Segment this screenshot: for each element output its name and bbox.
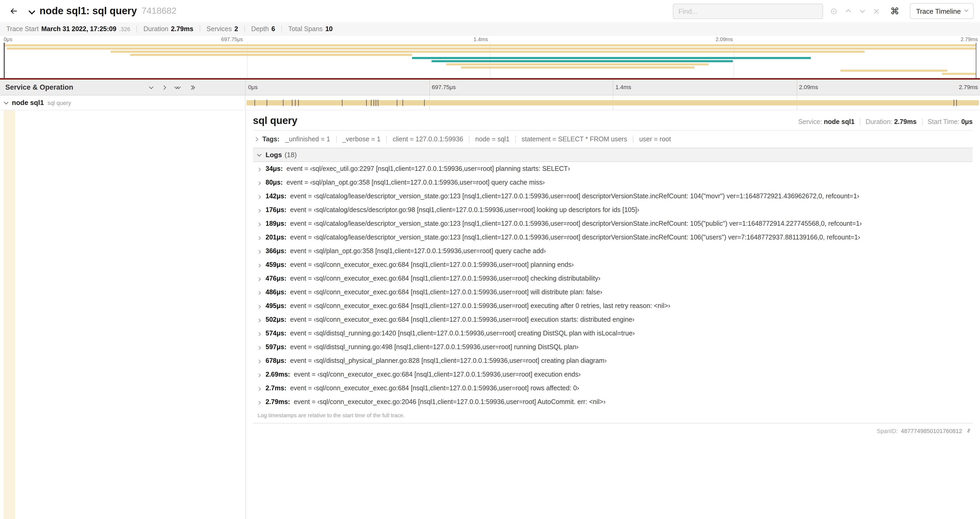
minimap-span xyxy=(840,70,947,72)
logs-label: Logs xyxy=(266,151,282,159)
log-timestamp: 2.7ms: xyxy=(266,385,286,392)
log-marker xyxy=(342,100,342,106)
log-row[interactable]: 34μs:event = ‹sql/exec_util.go:2297 [nsq… xyxy=(253,162,973,176)
log-row[interactable]: 2.7ms:event = ‹sql/conn_executor_exec.go… xyxy=(253,381,973,395)
tag-item: user = root xyxy=(633,136,671,143)
log-row[interactable]: 574μs:event = ‹sql/distsql_running.go:14… xyxy=(253,326,973,340)
log-row[interactable]: 2.69ms:event = ‹sql/conn_executor_exec.g… xyxy=(253,367,973,381)
log-row[interactable]: 176μs:event = ‹sql/catalog/descs/descrip… xyxy=(253,203,973,217)
log-message: event = ‹sql/distsql_running.go:498 [nsq… xyxy=(290,344,579,351)
double-chevron-down-icon[interactable] xyxy=(175,86,180,89)
chevron-right-icon xyxy=(258,401,260,404)
log-row[interactable]: 201μs:event = ‹sql/catalog/lease/descrip… xyxy=(253,230,973,244)
log-row[interactable]: 80μs:event = ‹sql/plan_opt.go:358 [nsql1… xyxy=(253,176,973,189)
tag-key: node xyxy=(475,136,490,143)
log-row[interactable]: 366μs:event = ‹sql/plan_opt.go:358 [nsql… xyxy=(253,244,973,258)
summary-label: Total Spans xyxy=(288,25,323,33)
log-marker xyxy=(292,100,293,106)
locate-icon[interactable] xyxy=(830,7,837,15)
log-row[interactable]: 502μs:event = ‹sql/conn_executor_exec.go… xyxy=(253,313,973,326)
span-timeline-viewport[interactable] xyxy=(245,96,980,110)
log-row[interactable]: 189μs:event = ‹sql/catalog/lease/descrip… xyxy=(253,217,973,230)
tags-accordian[interactable]: Tags: _unfinished = 1_verbose = 1client … xyxy=(253,131,973,148)
log-timestamp: 80μs: xyxy=(266,179,283,186)
log-row[interactable]: 476μs:event = ‹sql/conn_executor_exec.go… xyxy=(253,271,973,285)
timeline-tick-label: 2.09ms xyxy=(799,84,818,90)
log-row[interactable]: 678μs:event = ‹sql/distsql_physical_plan… xyxy=(253,354,973,367)
collapse-trace-header-chevron-icon[interactable] xyxy=(30,9,34,14)
chevron-right-icon xyxy=(258,305,260,308)
span-detail-meta: Service: node sql1Duration: 2.79msStart … xyxy=(798,118,973,126)
summary-value: 2 xyxy=(234,25,238,33)
span-bar[interactable] xyxy=(247,100,979,105)
chevron-down-icon[interactable] xyxy=(150,86,153,89)
tag-value: 127.0.0.1:59936 xyxy=(415,136,463,143)
log-timestamp: 142μs: xyxy=(266,193,286,200)
trace-minimap: 0μs697.75μs1.4ms2.09ms2.79ms xyxy=(0,36,980,80)
log-message: event = ‹sql/conn_executor_exec.go:684 [… xyxy=(294,371,581,378)
minimap-tick-label: 697.75μs xyxy=(221,37,243,42)
log-timestamp: 2.69ms: xyxy=(266,371,290,378)
span-row[interactable]: node sql1 sql query xyxy=(0,96,980,110)
chevron-right-icon xyxy=(258,251,260,253)
log-message: event = ‹sql/exec_util.go:2297 [nsql1,cl… xyxy=(286,166,570,172)
logs-list: 34μs:event = ‹sql/exec_util.go:2297 [nsq… xyxy=(253,162,973,409)
tag-key: _verbose xyxy=(342,136,369,143)
chevron-right-icon xyxy=(258,333,260,335)
chevron-down-icon[interactable] xyxy=(859,7,866,15)
meta-label: Service: xyxy=(798,118,824,126)
find-input[interactable] xyxy=(673,3,823,19)
tag-key: _unfinished xyxy=(285,136,319,143)
summary-value-suffix: .326 xyxy=(119,26,130,32)
minimap-tick-label: 2.79ms xyxy=(961,37,978,42)
chevron-right-icon xyxy=(258,223,260,226)
chevron-up-icon[interactable] xyxy=(844,7,852,15)
log-marker xyxy=(378,100,378,106)
log-row[interactable]: 142μs:event = ‹sql/catalog/lease/descrip… xyxy=(253,189,973,203)
log-row[interactable]: 459μs:event = ‹sql/conn_executor_exec.go… xyxy=(253,258,973,271)
deep-link-icon[interactable] xyxy=(965,427,972,434)
back-button[interactable] xyxy=(6,4,21,18)
trace-summary-item: Trace StartMarch 31 2022, 17:25:09.326 xyxy=(6,25,130,33)
chevron-right-icon xyxy=(258,196,260,198)
log-row[interactable]: 597μs:event = ‹sql/distsql_running.go:49… xyxy=(253,340,973,354)
span-id-value: 4877749850101760812 xyxy=(901,428,963,434)
log-row[interactable]: 486μs:event = ‹sql/conn_executor_exec.go… xyxy=(253,285,973,299)
minimap-canvas[interactable] xyxy=(0,43,980,78)
span-id-row: SpanID: 4877749850101760812 xyxy=(253,423,973,434)
span-name-column[interactable]: node sql1 sql query xyxy=(0,96,245,110)
minimap-span xyxy=(942,73,976,75)
log-marker xyxy=(376,100,377,106)
log-timestamp: 176μs: xyxy=(266,207,286,214)
tag-item: node = sql1 xyxy=(469,136,509,143)
minimap-left-scrubber[interactable] xyxy=(4,43,5,78)
chevron-down-icon[interactable] xyxy=(5,101,8,104)
span-id-label: SpanID: xyxy=(877,428,898,434)
chevron-down-icon xyxy=(964,8,968,11)
logs-header[interactable]: Logs (18) xyxy=(253,148,973,162)
keyboard-shortcuts-button[interactable]: ⌘ xyxy=(888,6,901,17)
log-message: event = ‹sql/catalog/descs/descriptor.go… xyxy=(290,207,639,214)
trace-summary-item: Total Spans10 xyxy=(282,25,332,33)
summary-label: Duration xyxy=(143,25,169,33)
span-detail-title: sql query xyxy=(253,115,298,126)
minimap-span xyxy=(461,67,694,69)
minimap-right-scrubber[interactable] xyxy=(975,43,976,78)
chevron-right-icon[interactable] xyxy=(162,86,165,89)
timeline-tick-label: 0μs xyxy=(248,84,258,90)
meta-label: Start Time: xyxy=(928,118,961,126)
chevron-right-icon xyxy=(258,209,260,212)
timeline-tick-label: 697.75μs xyxy=(432,84,456,90)
log-row[interactable]: 2.79ms:event = ‹sql/conn_executor_exec.g… xyxy=(253,395,973,409)
chevron-right-icon xyxy=(258,168,260,171)
logs-accordian: Logs (18) 34μs:event = ‹sql/exec_util.go… xyxy=(253,148,973,423)
log-row[interactable]: 495μs:event = ‹sql/conn_executor_exec.go… xyxy=(253,299,973,313)
trace-view-dropdown[interactable]: Trace Timeline xyxy=(910,3,974,19)
log-message: event = ‹sql/conn_executor_exec.go:684 [… xyxy=(290,262,574,268)
clear-search-icon[interactable] xyxy=(873,8,880,14)
tags-label: Tags: xyxy=(262,136,280,143)
summary-value: 6 xyxy=(271,25,275,33)
summary-value: March 31 2022, 17:25:09 xyxy=(41,25,116,33)
double-chevron-right-icon[interactable] xyxy=(189,86,194,89)
minimap-tick-label: 1.4ms xyxy=(474,37,488,42)
